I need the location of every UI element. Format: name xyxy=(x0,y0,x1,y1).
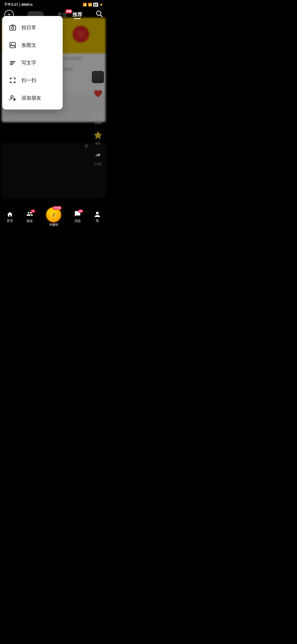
svg-point-3 xyxy=(12,27,14,29)
nav-friends[interactable]: 2 朋友 xyxy=(26,211,33,223)
battery-icon: 84 xyxy=(93,3,98,7)
status-bar: 下午3:27 | 460K/s 📶 📶 84 ⚡ xyxy=(0,0,107,8)
friends-badge: 2 xyxy=(31,209,35,213)
earn-coin-icon: 💰 开宝箱 xyxy=(46,207,61,222)
nav-home[interactable]: 首页 xyxy=(7,211,13,223)
dropdown-item-add-friend[interactable]: 添加朋友 xyxy=(2,89,63,107)
dropdown-item-write[interactable]: 写文字 xyxy=(2,54,63,72)
shoot-daily-label: 拍日常 xyxy=(21,24,36,31)
wifi-icon: 📶 xyxy=(88,3,92,7)
svg-point-5 xyxy=(11,44,12,45)
earn-badge: 开宝箱 xyxy=(53,206,62,210)
charging-icon: ⚡ xyxy=(99,3,103,7)
dropdown-menu: 拍日常 发图文 写文字 xyxy=(2,16,63,110)
earn-label: 来赚钱 xyxy=(49,223,58,227)
scan-label: 扫一扫 xyxy=(21,77,36,84)
signal-icon: 📶 xyxy=(83,3,87,7)
messages-label: 消息 xyxy=(74,219,81,223)
add-friend-label: 添加朋友 xyxy=(21,95,41,101)
nav-earn[interactable]: 💰 开宝箱 来赚钱 xyxy=(46,207,61,227)
friends-label: 朋友 xyxy=(26,219,33,223)
write-text-label: 写文字 xyxy=(21,59,36,66)
live-badge: 直播 xyxy=(65,9,72,13)
nav-messages[interactable]: 99 消息 xyxy=(74,211,81,223)
post-image-label: 发图文 xyxy=(21,42,36,48)
nav-profile[interactable]: 我 xyxy=(94,211,101,223)
svg-line-1 xyxy=(100,15,102,17)
dropdown-item-shoot[interactable]: 拍日常 xyxy=(2,19,63,36)
text-icon xyxy=(9,59,16,67)
bottom-nav: 首页 2 朋友 💰 开宝箱 来赚钱 99 消息 我 xyxy=(0,204,107,232)
search-button[interactable] xyxy=(96,10,103,19)
image-icon xyxy=(9,41,16,49)
add-friend-icon xyxy=(9,94,16,102)
dropdown-item-scan[interactable]: 扫一扫 xyxy=(2,72,63,89)
profile-label: 我 xyxy=(96,219,99,223)
status-time-speed: 下午3:27 | 460K/s xyxy=(4,2,33,7)
dropdown-item-post-image[interactable]: 发图文 xyxy=(2,36,63,54)
camera-icon xyxy=(9,24,16,31)
home-label: 首页 xyxy=(7,219,13,223)
svg-point-9 xyxy=(11,95,13,98)
scan-icon xyxy=(9,77,16,84)
status-icons: 📶 📶 84 ⚡ xyxy=(83,3,103,7)
messages-badge: 99 xyxy=(78,209,83,213)
tab-recommend[interactable]: 推荐 xyxy=(72,11,82,18)
